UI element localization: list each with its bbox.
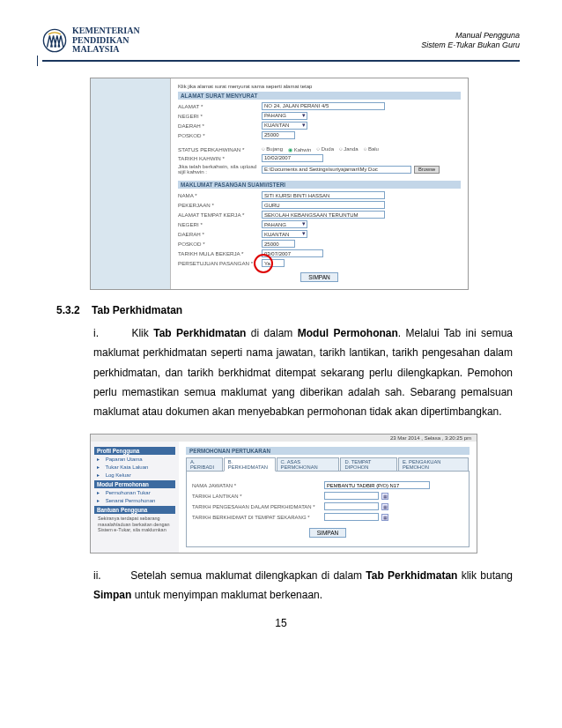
browse-button[interactable]: Browse — [414, 166, 440, 174]
tarikh-kahwin-input[interactable]: 10/02/2007 — [262, 154, 323, 162]
upload-path-input[interactable]: E:\Documents and Settings\suriyajamari\M… — [262, 166, 411, 174]
tab-peribadi[interactable]: A. PERIBADI — [186, 457, 223, 471]
tab-tempat[interactable]: D. TEMPAT DIPOHON — [340, 457, 397, 471]
status-radio-group[interactable]: Bujang Kahwin Duda Janda Balu — [262, 146, 379, 152]
sidebar-item-senarai[interactable]: Senarai Permohonan — [94, 496, 175, 504]
pekerjaan-input[interactable]: GURU — [262, 201, 385, 209]
alamat-input[interactable]: NO 24, JALAN PERANI 4/5 — [262, 102, 385, 110]
paragraph-i: i. Klik Tab Perkhidmatan di dalam Modul … — [93, 323, 513, 421]
ministry-logo-icon — [42, 28, 67, 53]
calendar-icon[interactable]: ▦ — [381, 493, 388, 500]
daerah2-select[interactable]: KUANTAN — [262, 230, 307, 238]
sidebar-item-tukarpw[interactable]: Tukar Kata Laluan — [94, 463, 175, 471]
tab-perkhidmatan[interactable]: B. PERKHIDMATAN — [224, 457, 276, 472]
section-heading: 5.3.2 Tab Perkhidmatan — [56, 304, 520, 316]
poskod-input[interactable]: 25000 — [262, 131, 295, 139]
tarikh-lantikan-input[interactable] — [324, 492, 379, 500]
sidebar: Profil Pengguna Paparan Utama Tukar Kata… — [91, 442, 179, 553]
tarikh-pengesahan-input[interactable] — [324, 502, 379, 510]
negeri-select[interactable]: PAHANG — [262, 112, 307, 120]
simpan-button-1[interactable]: SIMPAN — [300, 272, 337, 282]
calendar-icon[interactable]: ▦ — [381, 503, 388, 510]
tempat-kerja-input[interactable]: SEKOLAH KEBANGSAAN TERUNTUM — [262, 211, 385, 219]
tab-pengakuan[interactable]: E. PENGAKUAN PEMOHON — [398, 457, 469, 471]
sidebar-item-logout[interactable]: Log Keluar — [94, 471, 175, 479]
tarikh-mula-input[interactable]: 03/07/2007 — [262, 249, 323, 257]
jawatan-input[interactable]: PEMBANTU TADBIR (P/O) N17 — [324, 481, 430, 489]
sidebar-item-paparan[interactable]: Paparan Utama — [94, 455, 175, 463]
screenshot-alamat-form: Klik jika alamat surat menyurat sama sep… — [90, 78, 469, 291]
document-title: Manual Pengguna Sistem E-Tukar Bukan Gur… — [421, 31, 520, 50]
ministry-line1: KEMENTERIAN — [72, 26, 140, 36]
tabs-row: A. PERIBADI B. PERKHIDMATAN C. ASAS PERM… — [186, 457, 470, 472]
simpan-button-2[interactable]: SIMPAN — [309, 528, 346, 538]
paragraph-ii: ii. Setelah semua maklumat dilengkapkan … — [93, 566, 513, 605]
tarikh-tempat-input[interactable] — [324, 513, 379, 521]
nama-pasangan-input[interactable]: SITI KURSI BINTI HASSAN — [262, 191, 385, 199]
datetime-bar: 23 Mar 2014 , Selasa , 3:20:25 pm — [91, 435, 477, 442]
calendar-icon[interactable]: ▦ — [381, 514, 388, 521]
poskod2-input[interactable]: 25000 — [262, 240, 295, 248]
ministry-line3: MALAYSIA — [72, 45, 140, 55]
negeri2-select[interactable]: PAHANG — [262, 220, 307, 228]
daerah-select[interactable]: KUANTAN — [262, 122, 307, 130]
screenshot-perkhidmatan-tab: 23 Mar 2014 , Selasa , 3:20:25 pm Profil… — [90, 434, 477, 553]
sidebar-item-permohonan[interactable]: Permohonan Tukar — [94, 488, 175, 496]
page-header: KEMENTERIAN PENDIDIKAN MALAYSIA Manual P… — [42, 26, 520, 62]
tab-asas[interactable]: C. ASAS PERMOHONAN — [277, 457, 340, 471]
page-number: 15 — [42, 617, 520, 629]
persetujuan-select[interactable]: Ya — [262, 259, 285, 267]
ministry-logo-block: KEMENTERIAN PENDIDIKAN MALAYSIA — [42, 26, 140, 55]
